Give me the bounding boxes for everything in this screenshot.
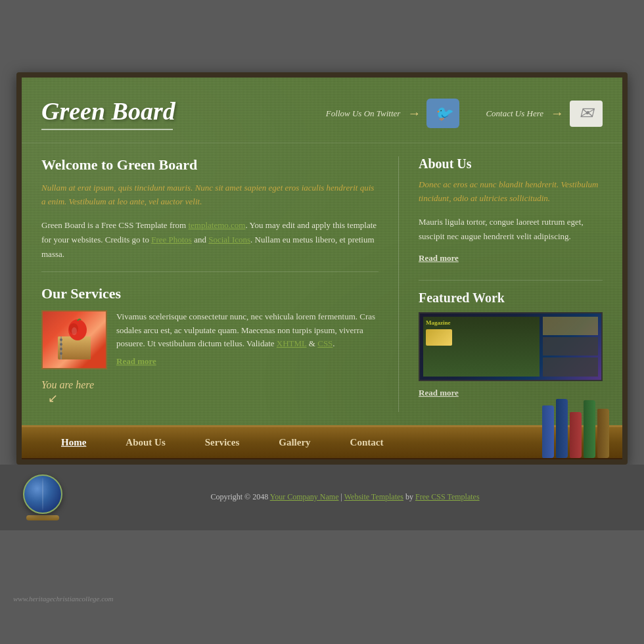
twitter-arrow: → (407, 106, 420, 121)
about-title: About Us (419, 156, 603, 172)
welcome-body3: and (192, 235, 208, 244)
nav-item-home[interactable]: Home (41, 425, 106, 459)
globe-icon (23, 474, 62, 514)
services-read-more[interactable]: Read more (116, 356, 379, 367)
welcome-section: Welcome to Green Board Nullam at erat ip… (41, 156, 379, 262)
divider1 (41, 271, 379, 272)
mail-icon[interactable] (570, 101, 603, 127)
svg-point-3 (60, 338, 62, 341)
about-read-more[interactable]: Read more (419, 253, 603, 264)
books-decoration (542, 399, 609, 458)
contact-social: Contact Us Here → (486, 101, 603, 127)
templatemo-link[interactable]: templatemo.com (188, 220, 245, 230)
welcome-body1: Green Board is a Free CSS Template from (41, 220, 188, 230)
service-text-block: Vivamus scelerisque consectetur nunc, ne… (116, 310, 379, 367)
about-section: About Us Donec ac eros ac nunc blandit h… (419, 156, 603, 264)
watermark: www.heritagechristiancollege.com (13, 595, 114, 603)
xhtml-link[interactable]: XHTML (277, 338, 307, 348)
featured-block-2 (543, 337, 598, 356)
footer-text: Copyright © 2048 Your Company Name | Web… (66, 492, 624, 502)
left-column: Welcome to Green Board Nullam at erat ip… (41, 156, 399, 412)
book-4 (584, 400, 595, 458)
featured-read-more[interactable]: Read more (419, 388, 603, 398)
twitter-label: Follow Us On Twitter (326, 108, 401, 119)
nav-item-gallery[interactable]: Gallery (259, 425, 330, 459)
navbar: Home About Us Services Gallery Contact (22, 425, 622, 459)
svg-point-6 (60, 352, 62, 355)
services-section: Our Services (41, 285, 379, 369)
featured-img-inner: Magazine (423, 317, 598, 377)
service-image (41, 310, 107, 369)
bottom-area: www.heritagechristiancollege.com (0, 530, 644, 609)
welcome-title: Welcome to Green Board (41, 156, 379, 173)
service-item: Vivamus scelerisque consectetur nunc, ne… (41, 310, 379, 369)
site-logo[interactable]: Green Board (41, 97, 175, 130)
about-intro: Donec ac eros ac nunc blandit hendrerit.… (419, 178, 603, 206)
nav-item-contact[interactable]: Contact (331, 425, 403, 459)
social-icons-link[interactable]: Social Icons (208, 235, 250, 244)
featured-section: Featured Work Magazine (419, 290, 603, 398)
globe-base (26, 515, 59, 520)
right-column: About Us Donec ac eros ac nunc blandit h… (399, 156, 603, 412)
contact-arrow: → (550, 106, 563, 121)
welcome-body: Green Board is a Free CSS Template from … (41, 218, 379, 262)
featured-title: Featured Work (419, 290, 603, 306)
top-spacer (0, 0, 644, 72)
featured-block-1 (543, 317, 598, 335)
footer-by: by (403, 492, 415, 501)
featured-image: Magazine (419, 312, 603, 381)
svg-point-9 (72, 327, 77, 335)
book-5 (597, 409, 609, 458)
book-2 (556, 399, 568, 458)
header: Green Board Follow Us On Twitter → Conta… (22, 78, 622, 143)
footer-sep: | (339, 492, 344, 501)
divider2 (419, 280, 603, 281)
page-wrapper: Green Board Follow Us On Twitter → Conta… (0, 0, 644, 644)
header-social: Follow Us On Twitter → Contact Us Here → (326, 99, 603, 128)
svg-point-4 (60, 343, 62, 346)
featured-main-panel: Magazine (423, 317, 540, 377)
featured-card (426, 329, 452, 346)
free-photos-link[interactable]: Free Photos (151, 235, 192, 244)
you-are-here-text: You are here (41, 379, 94, 390)
services-title: Our Services (41, 285, 379, 302)
footer-copyright: Copyright © 2048 (210, 492, 269, 501)
company-link[interactable]: Your Company Name (270, 492, 339, 501)
twitter-icon[interactable] (426, 99, 459, 128)
css-templates-link[interactable]: Free CSS Templates (415, 492, 480, 501)
globe-stand (20, 474, 66, 520)
css-link[interactable]: CSS (317, 338, 333, 348)
svg-rect-1 (58, 336, 91, 359)
footer: Copyright © 2048 Your Company Name | Web… (0, 465, 644, 530)
apple-svg (55, 317, 94, 363)
contact-label: Contact Us Here (486, 108, 543, 119)
main-content: Welcome to Green Board Nullam at erat ip… (22, 143, 622, 425)
service-description: Vivamus scelerisque consectetur nunc, ne… (116, 310, 379, 351)
you-are-here-arrow: ↙ (48, 391, 379, 405)
welcome-intro: Nullam at erat ipsum, quis tincidunt mau… (41, 181, 379, 209)
book-1 (542, 405, 554, 458)
you-are-here: You are here ↙ (41, 379, 379, 412)
nav-item-services[interactable]: Services (185, 425, 259, 459)
templates-link[interactable]: Website Templates (344, 492, 403, 501)
book-3 (570, 412, 582, 458)
featured-label: Magazine (426, 319, 537, 326)
chalkboard-container: Green Board Follow Us On Twitter → Conta… (16, 72, 628, 465)
nav-item-about[interactable]: About Us (106, 425, 185, 459)
svg-point-5 (60, 348, 62, 350)
featured-sidebar (543, 317, 598, 377)
twitter-social: Follow Us On Twitter → (326, 99, 460, 128)
featured-block-3 (543, 357, 598, 376)
about-body: Mauris ligula tortor, congue laoreet rut… (419, 215, 603, 244)
